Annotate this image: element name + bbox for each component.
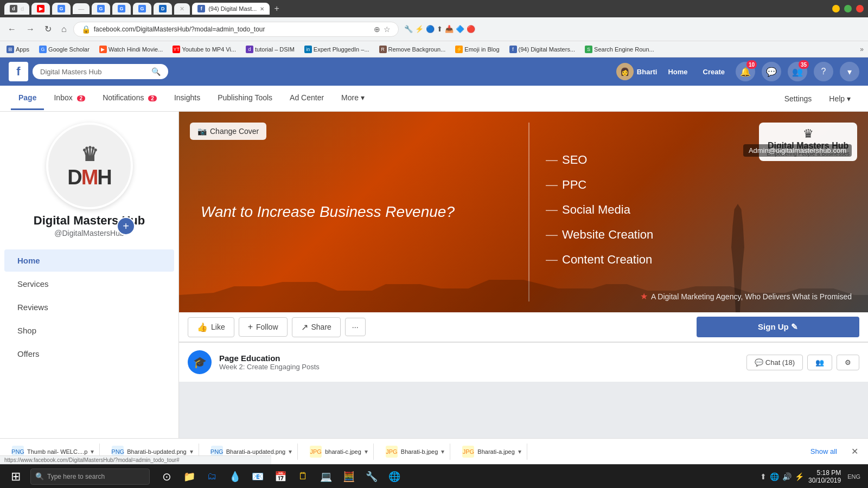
fb-messenger-btn[interactable]: 💬 (762, 62, 781, 81)
chat-button[interactable]: 💬 Chat (18) (746, 355, 803, 370)
profile-plus-button[interactable]: + (117, 217, 135, 235)
tab-d[interactable]: d d (4, 3, 29, 15)
download-item-4[interactable]: JPG Bharati-b.jpeg ▾ (380, 444, 451, 460)
share-button[interactable]: ↗ Share (292, 317, 341, 337)
star-icon[interactable]: ☆ (384, 25, 391, 34)
download-caret-1[interactable]: ▾ (190, 448, 193, 455)
like-button[interactable]: 👍 Like (188, 317, 234, 337)
fb-friends-btn[interactable]: 👥 35 (788, 62, 807, 81)
more-bookmarks-btn[interactable]: » (860, 46, 864, 53)
tab-g1[interactable]: G (52, 3, 71, 15)
sidebar-item-reviews[interactable]: Reviews (4, 296, 174, 318)
fb-home-btn[interactable]: Home (663, 66, 692, 78)
taskbar-app-calc[interactable]: 🧮 (339, 466, 359, 487)
bookmark-remove[interactable]: R Remove Backgroun... (377, 44, 448, 54)
bookmark-dsim[interactable]: d tutorial – DSIM (244, 44, 297, 54)
ext-icon-4[interactable]: ⬆ (437, 25, 443, 33)
tab-docs[interactable]: D (154, 3, 172, 15)
tray-icon-2[interactable]: 🌐 (770, 472, 779, 481)
show-all-button[interactable]: Show all (806, 445, 841, 458)
follow-button[interactable]: + Follow (239, 317, 288, 337)
signup-button[interactable]: Sign Up ✎ (697, 317, 859, 337)
page-nav-inbox[interactable]: Inbox 2 (46, 87, 93, 110)
tab-yt[interactable]: ▶ (31, 3, 50, 15)
edu-people-btn[interactable]: 👥 (807, 355, 832, 370)
help-btn[interactable]: Help ▾ (822, 90, 857, 107)
tray-icon-4[interactable]: ⚡ (795, 472, 804, 481)
tab-fb-active[interactable]: f (94) Digital Mast... ✕ (192, 3, 270, 15)
change-cover-button[interactable]: 📷 Change Cover (190, 123, 266, 140)
bookmark-apps[interactable]: ⊞ Apps (4, 44, 31, 54)
taskbar-app-mail[interactable]: 📧 (247, 466, 268, 487)
download-item-3[interactable]: JPG bharati-c.jpeg ▾ (304, 444, 374, 460)
fb-search-bar[interactable]: Digital Masters Hub 🔍 (33, 64, 168, 79)
bookmark-yt[interactable]: YT Youtube to MP4 Vi... (170, 44, 238, 54)
page-nav-adcenter[interactable]: Ad Center (282, 87, 331, 110)
edu-settings-btn[interactable]: ⚙ (837, 355, 859, 370)
fb-create-btn[interactable]: Create (699, 66, 729, 78)
tab-dash[interactable]: — (73, 3, 90, 14)
taskbar-app-store[interactable]: 🗂 (202, 466, 222, 487)
page-nav-publishing[interactable]: Publishing Tools (210, 87, 280, 110)
sidebar-item-shop[interactable]: Shop (4, 319, 174, 342)
taskbar-app-pc[interactable]: 💻 (316, 466, 336, 487)
tab-g3[interactable]: G (112, 3, 131, 15)
taskbar-app-search[interactable]: ⊙ (156, 466, 177, 487)
download-caret-5[interactable]: ▾ (518, 448, 521, 455)
bookmark-hindi[interactable]: ▶ Watch Hindi Movie... (97, 44, 165, 54)
tab-g2[interactable]: G (92, 3, 110, 15)
page-nav-insights[interactable]: Insights (167, 87, 208, 110)
fb-notif-bell[interactable]: 🔔 10 (736, 62, 755, 81)
download-caret-3[interactable]: ▾ (365, 448, 368, 455)
page-nav-notifications[interactable]: Notifications 2 (95, 87, 164, 110)
taskbar-app-calendar[interactable]: 📅 (270, 466, 291, 487)
bookmark-emoji[interactable]: ⚡ Emoji in Blog (453, 44, 501, 54)
minimize-button[interactable] (832, 5, 840, 12)
ext-icon-1[interactable]: 🔧 (404, 25, 413, 33)
taskbar-app-chrome[interactable]: 🌐 (384, 466, 405, 487)
settings-btn[interactable]: Settings (778, 90, 819, 107)
bookmark-ser[interactable]: S Search Engine Roun... (583, 44, 656, 54)
reload-button[interactable]: ↻ (41, 22, 55, 36)
tray-icon-1[interactable]: ⬆ (760, 472, 767, 481)
tray-icon-3[interactable]: 🔊 (782, 472, 792, 481)
taskbar-app-sticky[interactable]: 🗒 (293, 466, 314, 487)
address-field[interactable]: 🔒 facebook.com/DigitalMastersHub/?modal=… (73, 22, 399, 37)
bookmark-scholar[interactable]: G Google Scholar (37, 44, 92, 54)
close-downloads-bar[interactable]: ✕ (848, 444, 861, 459)
download-caret-4[interactable]: ▾ (441, 448, 444, 455)
fb-help-btn[interactable]: ? (814, 62, 833, 81)
tab-close[interactable]: ✕ (174, 3, 190, 15)
start-button[interactable]: ⊞ (3, 466, 28, 487)
page-nav-page[interactable]: Page (11, 87, 44, 110)
page-nav-more[interactable]: More ▾ (334, 87, 372, 110)
maximize-button[interactable] (844, 5, 852, 12)
bookmark-expert[interactable]: in Expert PluggedIn –... (302, 44, 372, 54)
ext-icon-2[interactable]: ⚡ (415, 25, 424, 33)
taskbar-app-dropbox[interactable]: 💧 (225, 466, 245, 487)
fb-chevron-btn[interactable]: ▾ (840, 62, 859, 81)
tab-close-btn[interactable]: ✕ (260, 6, 264, 12)
fb-user[interactable]: 👩 Bharti (616, 63, 658, 80)
home-button[interactable]: ⌂ (58, 22, 70, 36)
sidebar-item-offers[interactable]: Offers (4, 343, 174, 365)
download-caret-0[interactable]: ▾ (91, 448, 94, 455)
sidebar-item-services[interactable]: Services (4, 273, 174, 295)
ext-icon-6[interactable]: 🔷 (456, 25, 464, 33)
taskbar-search[interactable]: 🔍 Type here to search (30, 468, 150, 485)
forward-button[interactable]: → (23, 22, 38, 36)
taskbar-app-tools[interactable]: 🔧 (361, 466, 382, 487)
sidebar-item-home[interactable]: Home (4, 249, 174, 272)
more-button[interactable]: ··· (345, 318, 366, 336)
back-button[interactable]: ← (4, 22, 20, 36)
taskbar-app-explorer[interactable]: 📁 (179, 466, 200, 487)
ext-icon-3[interactable]: 🔵 (426, 25, 435, 33)
download-caret-2[interactable]: ▾ (289, 448, 292, 455)
ext-icon-red[interactable]: 🔴 (467, 25, 475, 33)
new-tab-button[interactable]: + (274, 4, 279, 14)
bookmark-fb[interactable]: f (94) Digital Masters... (507, 44, 578, 54)
close-button[interactable] (856, 5, 864, 12)
ext-icon-5[interactable]: 📥 (445, 25, 454, 33)
tab-g4[interactable]: G (133, 3, 151, 15)
download-item-5[interactable]: JPG Bharati-a.jpeg ▾ (457, 444, 527, 460)
